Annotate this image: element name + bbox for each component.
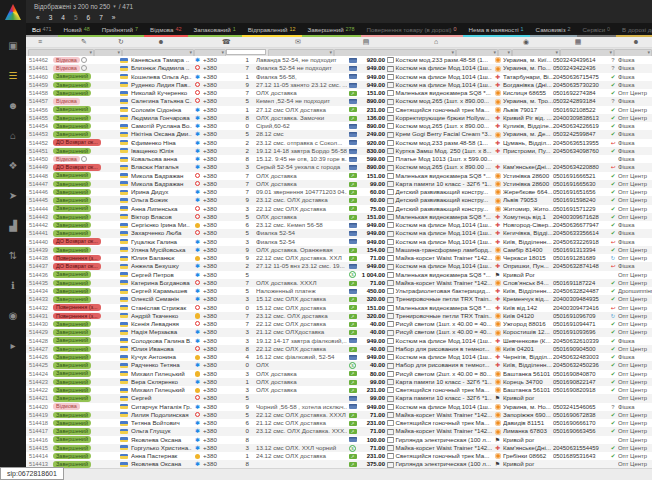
- tab-new[interactable]: Новий48: [58, 23, 96, 37]
- sidebar-item-dashboard-icon[interactable]: ▣: [0, 30, 26, 60]
- table-row[interactable]: 514462ВідмоваКаневська Тамара ..✱+3801Ла…: [26, 56, 652, 64]
- carrier-cell: ✚: [492, 81, 503, 89]
- table-row[interactable]: 514450ВідмоваКовальова анна✱+380815.12. …: [26, 155, 652, 163]
- table-row[interactable]: 514415ЗавершенийГоргулько Христина..✱+38…: [26, 444, 652, 452]
- tab-refused[interactable]: Відмова42: [144, 23, 187, 37]
- table-row[interactable]: 514453ЗавершенийНікітіна Оксана Дми..✱+3…: [26, 130, 652, 138]
- table-row[interactable]: 514459ЗавершенийРуденко Лидия Пав..+3809…: [26, 81, 652, 89]
- table-row[interactable]: 514447ЗавершенийМикола Бадражан+3807ОЛХ …: [26, 180, 652, 188]
- range-text[interactable]: Відображені з 200 по 250: [34, 3, 110, 10]
- pager-page-7[interactable]: 7: [99, 14, 103, 21]
- table-row[interactable]: 514428ЗавершенийСолодкова Галина В..✱+38…: [26, 337, 652, 345]
- table-row[interactable]: 514449ДО Возврат ок...Власюк Наталья✱+38…: [26, 163, 652, 171]
- table-row[interactable]: 514440ДО Возврат ок...Гуцалюк Галина✱+38…: [26, 238, 652, 246]
- tab-completed[interactable]: Завершений278: [302, 23, 361, 37]
- tab-accepted[interactable]: Прийнятий7: [96, 23, 144, 37]
- phone-filter-input[interactable]: [226, 49, 266, 55]
- app-logo-icon[interactable]: [5, 4, 21, 20]
- sidebar-item-orders-icon[interactable]: ☰: [0, 60, 26, 90]
- sidebar-item-settings-icon[interactable]: ⇅: [0, 240, 26, 270]
- table-row[interactable]: 514461ВідмоваБлизнюк Людмила ..+3807Фиал…: [26, 64, 652, 72]
- table-row[interactable]: 514426ЗавершенийКучук Антонина+380416.12…: [26, 353, 652, 361]
- table-row[interactable]: 514439ЗавершенийУляна Мусійовська✱+3809О…: [26, 246, 652, 254]
- tab-packed[interactable]: Запакований1: [188, 23, 242, 37]
- table-row[interactable]: 514420ВідмоваСитарчук Наталія Гр..✱+3809…: [26, 403, 652, 411]
- table-row[interactable]: 514435ЗавершенийКатерина Богданова+3807О…: [26, 279, 652, 287]
- sidebar-item-campaigns-icon[interactable]: ➤: [0, 180, 26, 210]
- table-row[interactable]: 514425ЗавершенийРадченко Тетяна✱+3800ОЛХ…: [26, 361, 652, 369]
- table-row[interactable]: 514442ЗавершенийСергієнко Ірина Ми..+380…: [26, 221, 652, 229]
- tab-return-transit[interactable]: Повернення товару (в дорозі)0: [361, 23, 463, 37]
- table-row[interactable]: 514421ЗавершенийСергей+380599.00Карта па…: [26, 394, 652, 402]
- table-row[interactable]: 514443ЗавершенийВіктор Власов+3805ОЛХ до…: [26, 213, 652, 221]
- table-row[interactable]: 514427ЗавершенийЮлия Иванова+380822.12 с…: [26, 345, 652, 353]
- table-row[interactable]: 514445ЗавершенийОльга Божик✱+380923.12 с…: [26, 196, 652, 204]
- table-row[interactable]: 514424ЗавершенийМихаил Гилецький+3803ОЛХ…: [26, 370, 652, 378]
- column-phone-icon[interactable]: ☎: [222, 37, 231, 47]
- pager-page-5[interactable]: 5: [74, 14, 78, 21]
- table-row[interactable]: 514414ЗавершенийАнна Пастернак+380124.12…: [26, 452, 652, 460]
- sidebar-item-customers-icon[interactable]: ☻: [0, 90, 26, 120]
- status-info-icon[interactable]: [81, 156, 87, 162]
- status-info-icon[interactable]: [81, 65, 87, 71]
- table-row[interactable]: 514422ЗавершенийМихаил Гилецький+3803ОЛХ…: [26, 386, 652, 394]
- table-row[interactable]: 514441ЗавершенийЗахарченко Люба+3805Фиал…: [26, 229, 652, 237]
- status-info-icon[interactable]: [81, 57, 87, 63]
- tab-pickup[interactable]: Самовивіз2: [530, 23, 577, 37]
- tab-out-of-stock[interactable]: Нема в наявності1: [463, 23, 530, 37]
- tab-services[interactable]: Сервіси0: [577, 23, 617, 37]
- table-row[interactable]: 514454ЗавершенийСамотій Руслана Во..✱+38…: [26, 122, 652, 130]
- column-sync-icon[interactable]: ↻: [118, 37, 124, 47]
- table-row[interactable]: 514429ЗавершенийНадія Мерзаєва✱+380321.1…: [26, 328, 652, 336]
- sidebar-item-company-icon[interactable]: ⌂: [0, 120, 26, 150]
- pager-first-icon[interactable]: «: [36, 14, 40, 21]
- column-product-icon[interactable]: ⌂: [434, 37, 438, 47]
- pager-page-3[interactable]: 3: [49, 14, 53, 21]
- table-row[interactable]: 514457ВідмоваСалегина Татьяна С..+3805Ке…: [26, 97, 652, 105]
- table-row[interactable]: 514436ЗавершенийСергей Петров✱+3805$1 00…: [26, 271, 652, 279]
- table-row[interactable]: 514448ЗавершенийМикола Бадражан+3807ОЛХ …: [26, 172, 652, 180]
- table-row[interactable]: 514417ЗавершенийОльга Глущук✱+380023.12 …: [26, 427, 652, 435]
- pager-last-icon[interactable]: »: [112, 14, 116, 21]
- table-row[interactable]: 514456ЗавершенийСоломія Сідоніна✱+380127…: [26, 106, 652, 114]
- table-row[interactable]: 514430ЗавершенийКсенія Левадняя+380722.1…: [26, 320, 652, 328]
- table-row[interactable]: 514446ЗавершенийИрина Дидух✱+380709.01 з…: [26, 188, 652, 196]
- table-row[interactable]: 514431Повернення (з...Андрій Ткаченко+38…: [26, 312, 652, 320]
- column-city-icon[interactable]: ◉: [523, 37, 529, 47]
- table-row[interactable]: 514419ЗавершенийЛилия Подолинская+380522…: [26, 411, 652, 419]
- table-row[interactable]: 514432Повернення (з...Станіслав Стрижак+…: [26, 304, 652, 312]
- column-client-icon[interactable]: ☻: [157, 37, 164, 47]
- table-row[interactable]: 514416ЗавершенийЯковлева Оксана✱+3808100…: [26, 436, 652, 444]
- pager-page-4[interactable]: 4: [61, 14, 65, 21]
- column-ttn-icon[interactable]: ▦: [575, 37, 582, 47]
- tab-all[interactable]: Всі471: [26, 23, 58, 37]
- table-row[interactable]: 514452ДО Возврат ок...Єфименко Ніна✱+380…: [26, 139, 652, 147]
- sidebar-item-products-icon[interactable]: ❖: [0, 150, 26, 180]
- column-id-icon[interactable]: ≡: [38, 37, 42, 47]
- column-payment-icon[interactable]: ▤: [363, 37, 370, 47]
- table-row[interactable]: 514433ЗавершенийОлексій Семанін✱+380315.…: [26, 295, 652, 303]
- column-comment-icon[interactable]: ✉: [295, 37, 301, 47]
- table-row[interactable]: 514458ЗавершенийНиколай Кучеренко+3807ОЛ…: [26, 89, 652, 97]
- sidebar-item-info-icon[interactable]: ℹ: [0, 270, 26, 300]
- table-row[interactable]: 514438Повернення (з...Юлия Баланюк+38092…: [26, 254, 652, 262]
- table-row[interactable]: 514434ЗавершенийСергей Карамышев✱+3805На…: [26, 287, 652, 295]
- carrier-cell: [492, 427, 503, 435]
- tab-shipped[interactable]: Відправлений12: [242, 23, 302, 37]
- sidebar-item-video-icon[interactable]: ▸: [0, 330, 26, 360]
- table-row[interactable]: 514423ЗавершенийВера Скляренко✱+3801ОЛХ …: [26, 378, 652, 386]
- table-row[interactable]: 514460ЗавершенийКошелева Ольга Ар..✱+380…: [26, 73, 652, 81]
- column-status-icon[interactable]: ✎: [81, 37, 87, 47]
- table-row[interactable]: 514444ЗавершенийАнна Липенська+380322.12…: [26, 205, 652, 213]
- sidebar-item-reports-icon[interactable]: ▟: [0, 210, 26, 240]
- chevron-down-icon[interactable]: ▾: [113, 3, 116, 9]
- column-source-icon[interactable]: ☻: [632, 37, 639, 47]
- sidebar-item-network-icon[interactable]: ◉: [0, 300, 26, 330]
- tab-on-way-home[interactable]: В дорозі додому0: [616, 23, 652, 37]
- table-row[interactable]: 514418ЗавершенийТетяна Войтович✱+380621.…: [26, 419, 652, 427]
- table-row[interactable]: 514437ДО Возврат ок...Анжела Безушку✱+38…: [26, 262, 652, 270]
- pager-page-6[interactable]: 6: [87, 14, 91, 21]
- table-row[interactable]: 514451ЗавершенийІващенко Юлія✱+380219.12…: [26, 147, 652, 155]
- table-row[interactable]: 514455ЗавершенийЛюдмила Гончарова✱+3808О…: [26, 114, 652, 122]
- order-total: 949.00: [358, 81, 387, 89]
